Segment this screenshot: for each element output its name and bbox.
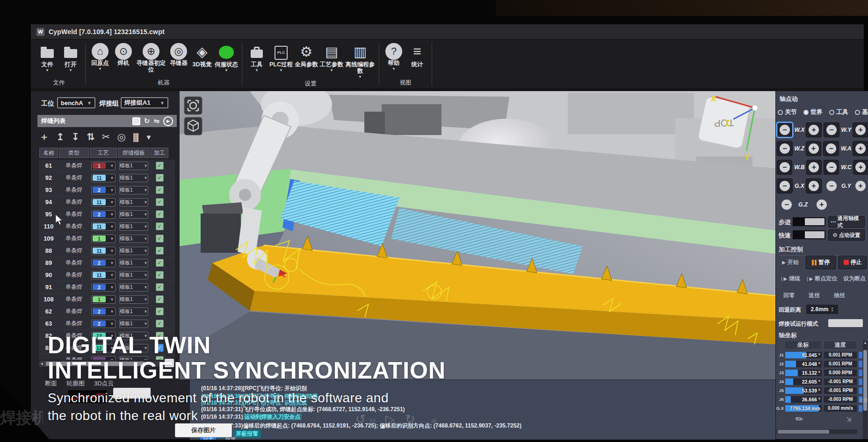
ribbon-item-plc[interactable]: PLCPLC过程▼: [269, 42, 293, 72]
machining-checkbox[interactable]: ✓: [156, 162, 164, 170]
jog-plus-G.Y[interactable]: +: [853, 178, 868, 193]
control-button-开始[interactable]: ▶开始: [778, 256, 803, 269]
ribbon-item-seam-finder[interactable]: ◎寻缝器▼: [168, 42, 189, 71]
jog-minus-W.C[interactable]: −: [824, 160, 839, 175]
jog-plus-W.A[interactable]: +: [853, 141, 868, 156]
template-dropdown[interactable]: 模板1▼: [119, 162, 148, 170]
process-dropdown[interactable]: 2▼: [91, 186, 116, 194]
seam-row[interactable]: 88单条焊11▼模板1▼✓: [39, 245, 175, 257]
seam-row[interactable]: 91单条焊2▼模板1▼✓: [39, 281, 175, 293]
machining-checkbox[interactable]: ✓: [156, 210, 164, 218]
reorder-button[interactable]: ⇅: [87, 131, 95, 143]
ribbon-item-open[interactable]: 打开▼: [60, 42, 81, 72]
seam-row[interactable]: 89单条焊2▼模板1▼✓: [39, 257, 175, 269]
process-dropdown[interactable]: 11▼: [91, 198, 116, 207]
seam-row[interactable]: 93单条焊2▼模板1▼✓: [39, 184, 175, 196]
seam-row[interactable]: 62单条焊2▼模板1▼✓: [39, 306, 175, 318]
process-dropdown[interactable]: 2▼: [91, 259, 116, 267]
template-dropdown[interactable]: 模板1▼: [119, 259, 148, 267]
ribbon-item-offline-programming[interactable]: ▥离线编程参数▼: [345, 42, 375, 79]
machining-checkbox[interactable]: ✓: [156, 271, 164, 279]
rewind-icon[interactable]: ↺: [355, 412, 366, 427]
weld-group-dropdown[interactable]: 焊接组A1▼: [121, 97, 168, 108]
machining-checkbox[interactable]: ✓: [156, 320, 164, 328]
template-dropdown[interactable]: 模板1▼: [119, 198, 148, 207]
ribbon-item-stats[interactable]: ≡统计▼: [406, 42, 428, 72]
refresh-icon[interactable]: ↻: [144, 117, 150, 125]
spinner-arrows-icon[interactable]: ▲▼: [831, 307, 834, 312]
process-dropdown[interactable]: 2▼: [91, 307, 116, 316]
jog-minus-G.X[interactable]: −: [777, 178, 793, 193]
process-dropdown[interactable]: 2▼: [91, 320, 116, 328]
ribbon-item-process-params[interactable]: ▤工艺参数▼: [320, 42, 343, 72]
station-dropdown[interactable]: benchA▼: [57, 97, 95, 108]
machining-checkbox[interactable]: ✓: [156, 295, 164, 303]
fast-slider[interactable]: [793, 230, 825, 239]
template-dropdown[interactable]: 模板1▼: [119, 210, 148, 219]
target-icon[interactable]: ◎: [117, 131, 125, 143]
template-dropdown[interactable]: 模板1▼: [119, 235, 148, 243]
template-dropdown[interactable]: 模板1▼: [119, 186, 148, 194]
dry-run-toggle[interactable]: [828, 319, 863, 327]
play-circle-icon[interactable]: ▶: [163, 116, 173, 126]
process-dropdown[interactable]: 2▼: [91, 210, 116, 219]
jog-minus-W.Z[interactable]: −: [777, 141, 793, 156]
ribbon-item-help[interactable]: ?帮助▼: [383, 42, 405, 71]
template-dropdown[interactable]: 模板1▼: [119, 174, 148, 182]
machining-checkbox[interactable]: ✓: [156, 186, 164, 194]
retract-spinner[interactable]: 2.6mm▲▼: [806, 304, 839, 314]
jog-mode-关节[interactable]: 关节: [778, 108, 797, 116]
jog-minus-W.A[interactable]: −: [823, 141, 839, 156]
jog-plus-W.C[interactable]: +: [853, 160, 868, 175]
jog-minus-W.X[interactable]: −: [777, 122, 793, 137]
filter-button[interactable]: ▼: [145, 133, 152, 141]
path-icon[interactable]: ⇋: [153, 117, 159, 125]
edit-pencil-icon[interactable]: ✎: [793, 412, 806, 426]
control-button-停止[interactable]: 停止: [839, 256, 867, 269]
jog-plus-G.Z[interactable]: +: [812, 197, 832, 212]
ribbon-item-file[interactable]: 文件▼: [36, 42, 58, 72]
jog-minus-W.B[interactable]: −: [777, 160, 792, 175]
jog-minus-W.Y[interactable]: −: [824, 122, 839, 137]
template-dropdown[interactable]: 模板1▼: [119, 283, 148, 292]
machining-checkbox[interactable]: ✓: [156, 247, 164, 255]
ribbon-item-servo-status[interactable]: 伺服状态▼: [215, 42, 238, 72]
machining-checkbox[interactable]: ✓: [156, 222, 164, 230]
machining-checkbox[interactable]: ✓: [156, 235, 164, 242]
jog-plus-W.Z[interactable]: +: [806, 141, 822, 156]
control-button-设为断点[interactable]: 设为断点: [840, 272, 868, 285]
seam-row[interactable]: 108单条焊1▼模板1▼✓: [39, 293, 175, 306]
process-dropdown[interactable]: 1▼: [91, 295, 116, 304]
seam-row[interactable]: 92单条焊11▼模板1▼✓: [39, 172, 175, 184]
control-button-继续[interactable]: ❘▶继续: [778, 272, 802, 285]
process-dropdown[interactable]: 11▼: [91, 271, 116, 279]
template-dropdown[interactable]: 模板1▼: [119, 271, 148, 279]
seam-row[interactable]: 61单条焊1▼模板1▼✓: [39, 160, 175, 172]
machining-checkbox[interactable]: ✓: [156, 307, 164, 315]
control-button-暂停[interactable]: 暂停: [806, 256, 836, 269]
expand-icon[interactable]: ⇲: [846, 415, 852, 423]
add-seam-button[interactable]: ＋: [39, 130, 49, 143]
ribbon-item-welder[interactable]: ⊙焊机▼: [113, 42, 134, 71]
jog-mode-世界[interactable]: 世界: [803, 108, 823, 116]
seam-row[interactable]: 63单条焊2▼模板1▼✓: [39, 318, 175, 330]
move-bottom-button[interactable]: ↧: [72, 131, 80, 143]
select-all-checkbox[interactable]: [132, 117, 140, 125]
jog-plus-G.X[interactable]: +: [806, 178, 822, 193]
template-dropdown[interactable]: 模板1▼: [119, 307, 148, 316]
ribbon-item-vision-3d[interactable]: ◈3D视觉▼: [191, 42, 213, 72]
iso-view-button[interactable]: [184, 117, 202, 135]
jog-settings-button[interactable]: ⚙点动设置: [828, 229, 865, 241]
move-top-button[interactable]: ↥: [56, 131, 65, 143]
process-dropdown[interactable]: 11▼: [91, 247, 116, 255]
seam-row[interactable]: 109单条焊1▼模板1▼✓: [39, 233, 175, 245]
jog-minus-G.Y[interactable]: −: [824, 178, 839, 193]
forward-icon[interactable]: ↻: [405, 412, 415, 427]
ribbon-item-home[interactable]: ⌂回原点▼: [89, 42, 111, 71]
jog-plus-W.B[interactable]: +: [806, 160, 822, 175]
axis-mode-button[interactable]: ⋯通用轴模式: [828, 216, 865, 228]
template-dropdown[interactable]: 模板1▼: [119, 247, 148, 255]
control-button-回零[interactable]: 回零: [778, 289, 800, 302]
ribbon-item-tools[interactable]: 工具▼: [246, 42, 268, 72]
ribbon-item-global-params[interactable]: ⚙全局参数▼: [295, 42, 318, 72]
